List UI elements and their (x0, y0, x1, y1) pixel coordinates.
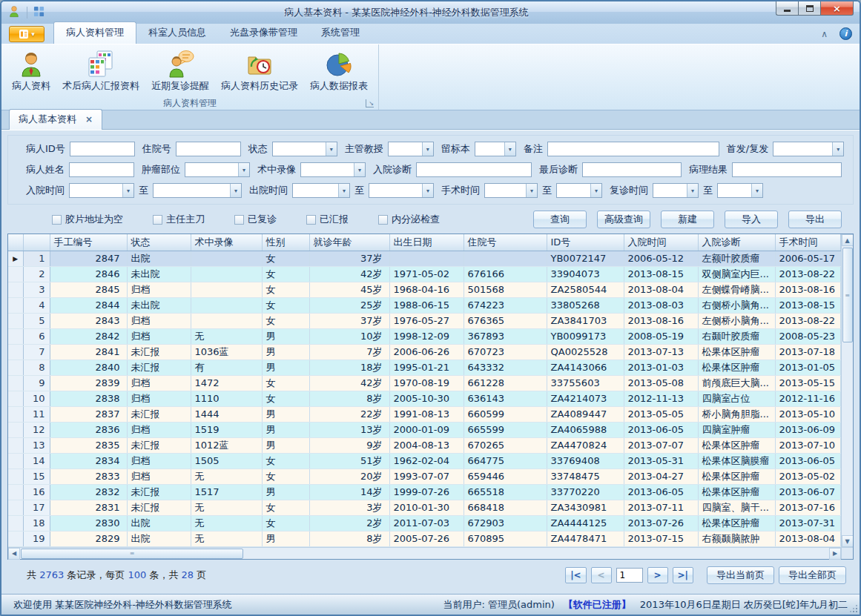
info-icon[interactable]: i (839, 27, 852, 40)
column-header[interactable]: 就诊年龄 (309, 234, 389, 251)
ribbon-item[interactable]: 近期复诊提醒 (145, 47, 215, 93)
chevron-down-icon[interactable]: ▾ (338, 184, 349, 197)
column-header[interactable]: 入院诊断 (698, 234, 775, 251)
table-row[interactable]: 142834归档1505女51岁1962-02-0466477533769408… (8, 453, 841, 468)
table-row[interactable]: 62842归档无男10岁1998-12-09367893YB0099173200… (8, 328, 841, 344)
filter-combo[interactable]: ▾ (773, 142, 844, 156)
first-page-button[interactable]: |< (565, 567, 586, 583)
minimize-button[interactable] (776, 1, 798, 16)
chevron-down-icon[interactable]: ▾ (122, 184, 133, 197)
app-icon[interactable] (7, 4, 21, 21)
table-row[interactable]: 42844未出院女25岁1988-06-15674223338052682013… (8, 297, 841, 313)
horizontal-scrollbar-thumb[interactable]: ≡ (21, 549, 243, 559)
table-row[interactable]: 162832未汇报1517男14岁1999-07-266655183377022… (8, 484, 841, 500)
maximize-button[interactable] (798, 1, 820, 16)
registered-badge[interactable]: 【软件已注册】 (564, 598, 631, 612)
chevron-down-icon[interactable]: ▾ (832, 142, 843, 156)
table-row[interactable]: 122836归档1519男13岁2000-01-09665599ZA406598… (8, 422, 841, 437)
table-row[interactable]: 102838归档1110女8岁2005-10-30636143ZA4214073… (8, 391, 841, 406)
column-header[interactable]: 手工编号 (50, 234, 127, 251)
export-current-page-button[interactable]: 导出当前页 (707, 566, 774, 584)
filter-combo[interactable]: ▾ (185, 162, 250, 177)
table-row[interactable]: 92839归档1472女42岁1970-08-19661228337556032… (8, 375, 841, 391)
table-row[interactable]: 82840未汇报有男18岁1995-01-21643332ZA414306620… (8, 360, 841, 375)
filter-combo[interactable]: ▾ (475, 142, 516, 156)
filter-input[interactable] (732, 162, 842, 177)
ribbon-item[interactable]: 病人资料 (6, 47, 56, 93)
chevron-down-icon[interactable]: ▾ (422, 184, 433, 197)
filter-checkbox[interactable]: 内分泌检查 (378, 213, 440, 226)
table-row[interactable]: 172831未汇报无女3岁2010-01-30668418ZA343098120… (8, 500, 841, 515)
filter-combo[interactable]: ▾ (300, 162, 366, 177)
filter-input[interactable] (70, 142, 135, 156)
new-button[interactable]: 新建 (661, 211, 714, 228)
chevron-down-icon[interactable]: ▾ (422, 142, 433, 156)
table-row[interactable]: 192829出院无男8岁2005-07-26670895ZA4478471201… (8, 531, 841, 546)
table-row[interactable]: 112837未汇报1444男22岁1991-08-13660599ZA40894… (8, 406, 841, 422)
scroll-right-icon[interactable]: ▶ (829, 548, 841, 560)
filter-checkbox[interactable]: 已复诊 (234, 213, 277, 226)
filter-combo[interactable]: ▾ (272, 142, 337, 156)
scroll-left-icon[interactable]: ◀ (8, 548, 20, 560)
export-all-pages-button[interactable]: 导出全部页 (779, 566, 846, 584)
advanced-search-button[interactable]: 高级查询 (597, 211, 650, 228)
close-button[interactable]: × (820, 1, 854, 16)
filter-combo[interactable]: ▾ (556, 183, 602, 198)
export-button[interactable]: 导出 (788, 211, 842, 228)
table-row[interactable]: ▶12847出院女37岁YB00721472006-05-12左额叶胶质瘤200… (8, 251, 841, 266)
filter-input[interactable] (176, 142, 241, 156)
ribbon-item[interactable]: 术后病人汇报资料 (56, 47, 145, 93)
filter-input[interactable] (547, 142, 719, 156)
prev-page-button[interactable]: < (591, 567, 612, 583)
vertical-scrollbar-thumb[interactable]: ≡ (842, 248, 853, 342)
ribbon-tab[interactable]: 系统管理 (309, 22, 372, 44)
ribbon-tab[interactable]: 病人资料管理 (53, 21, 136, 44)
chevron-down-icon[interactable]: ▾ (687, 184, 698, 197)
close-tab-icon[interactable]: × (85, 115, 93, 124)
chevron-down-icon[interactable]: ▾ (526, 184, 537, 197)
scroll-up-icon[interactable]: ▲ (842, 234, 854, 246)
chevron-down-icon[interactable]: ▾ (354, 163, 365, 176)
filter-combo[interactable]: ▾ (369, 183, 434, 198)
filter-input[interactable] (582, 162, 682, 177)
table-row[interactable]: 182830出院无女2岁2011-07-03672903ZA4444125201… (8, 515, 841, 531)
column-header[interactable]: 性别 (262, 234, 309, 251)
column-header[interactable]: 术中录像 (191, 234, 262, 251)
ribbon-tab[interactable]: 科室人员信息 (136, 22, 218, 44)
document-tab-patient-basic-info[interactable]: 病人基本资料 × (9, 109, 102, 130)
chevron-down-icon[interactable]: ▾ (504, 142, 515, 156)
checkbox-icon[interactable] (234, 215, 244, 225)
page-number-input[interactable] (616, 568, 643, 583)
import-button[interactable]: 导入 (725, 211, 778, 228)
column-header[interactable]: 手术时间 (775, 234, 841, 251)
app-menu-button[interactable]: ▾ (9, 26, 44, 42)
column-header[interactable]: 状态 (127, 234, 191, 251)
filter-combo[interactable]: ▾ (717, 183, 763, 198)
filter-combo[interactable]: ▾ (388, 142, 434, 156)
chevron-down-icon[interactable]: ▾ (751, 184, 762, 197)
filter-combo[interactable]: ▾ (69, 183, 134, 198)
chevron-down-icon[interactable]: ▾ (230, 184, 241, 197)
collapse-ribbon-button[interactable]: ∧ (821, 30, 828, 39)
table-row[interactable]: 132835未汇报1012蓝男9岁2004-08-13670265ZA44708… (8, 437, 841, 453)
checkbox-icon[interactable] (378, 215, 388, 225)
filter-input[interactable] (69, 162, 134, 177)
filter-checkbox[interactable]: 胶片地址为空 (52, 213, 123, 226)
column-header[interactable]: 出生日期 (389, 234, 464, 251)
ribbon-item[interactable]: 病人数据报表 (304, 47, 374, 93)
column-header[interactable]: 入院时间 (624, 234, 698, 251)
search-button[interactable]: 查询 (533, 211, 587, 228)
quick-access-icon[interactable] (33, 6, 44, 20)
chevron-down-icon[interactable]: ▾ (326, 142, 337, 156)
scroll-down-icon[interactable]: ▼ (842, 535, 854, 547)
vertical-scrollbar[interactable]: ▲ ≡ ▼ (841, 234, 853, 547)
filter-checkbox[interactable]: 主任主刀 (153, 213, 205, 226)
filter-combo[interactable]: ▾ (653, 183, 699, 198)
resize-grip[interactable] (850, 605, 857, 612)
filter-combo[interactable]: ▾ (484, 183, 538, 198)
table-row[interactable]: 52843归档女37岁1976-05-27676365ZA38417032013… (8, 313, 841, 328)
filter-combo[interactable]: ▾ (292, 183, 350, 198)
filter-input[interactable] (416, 162, 532, 177)
column-header[interactable]: 住院号 (464, 234, 547, 251)
checkbox-icon[interactable] (153, 215, 162, 225)
